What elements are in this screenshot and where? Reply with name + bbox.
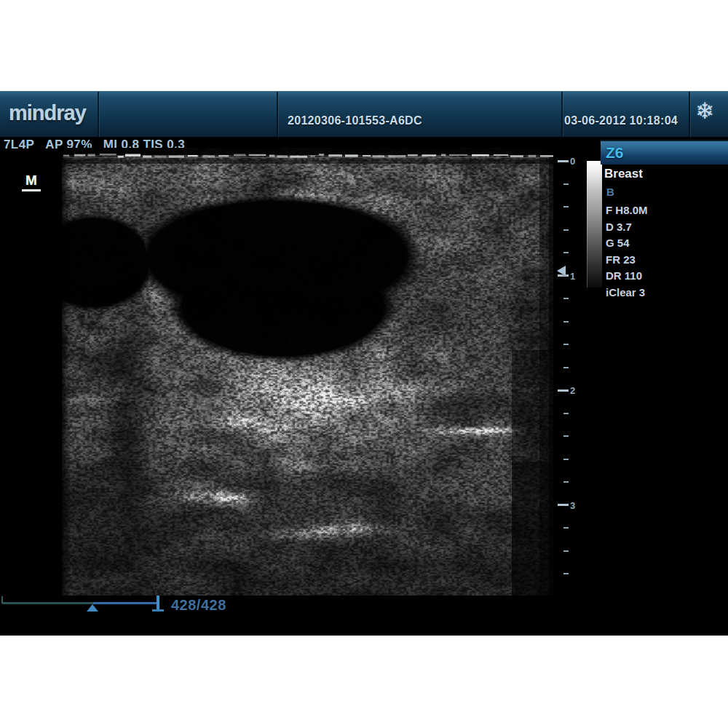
top-bar-divider: [98, 92, 99, 138]
mindray-logo: mindray: [9, 101, 86, 125]
param-gain: G 54: [606, 235, 648, 252]
freeze-snowflake-icon[interactable]: ❄: [695, 98, 714, 124]
top-bar-divider: [277, 92, 278, 138]
probe-model: 7L4P: [4, 138, 34, 152]
param-list: F H8.0M D 3.7 G 54 FR 23 DR 110 iClear 3: [606, 202, 648, 301]
ruler-tick: [563, 435, 569, 437]
param-depth: D 3.7: [606, 219, 648, 236]
exam-preset: Breast: [604, 167, 643, 181]
letterboxed-page: mindray 20120306-101553-A6DC 03-06-2012 …: [0, 0, 728, 728]
cine-end-marker-foot: [152, 609, 164, 612]
ruler-label: 1: [570, 272, 575, 281]
ruler-tick: [563, 252, 569, 253]
zoom-header: Z6: [601, 140, 728, 165]
ruler-label: 3: [570, 501, 575, 510]
mode-label: B: [606, 186, 614, 198]
param-iclear: iClear 3: [606, 285, 648, 301]
ruler-label: 0: [570, 157, 575, 166]
exam-id: 20120306-101553-A6DC: [288, 114, 422, 127]
ultrasound-screen: mindray 20120306-101553-A6DC 03-06-2012 …: [0, 91, 728, 636]
grayscale-bar: [587, 161, 602, 288]
cine-position-handle-icon[interactable]: [87, 604, 98, 612]
param-frame-rate: FR 23: [606, 252, 648, 269]
cine-track[interactable]: [2, 602, 93, 604]
ruler-tick: [563, 298, 569, 299]
cine-end-marker: [157, 596, 159, 611]
top-bar-divider: [689, 92, 690, 138]
orientation-marker: M: [22, 173, 41, 191]
ruler-tick: [563, 321, 569, 323]
ruler-tick: [563, 573, 569, 574]
cine-track-played[interactable]: [93, 602, 158, 604]
ruler-tick: [563, 344, 569, 345]
ultrasound-image: [62, 148, 553, 596]
top-bar: mindray 20120306-101553-A6DC 03-06-2012 …: [0, 91, 728, 137]
ruler-tick: [563, 459, 569, 460]
ruler-tick: [563, 206, 569, 207]
param-frequency: F H8.0M: [606, 202, 648, 219]
ruler-tick: [558, 389, 569, 392]
param-dynamic-range: DR 110: [606, 268, 648, 285]
ruler-label: 2: [570, 386, 575, 395]
exam-datetime: 03-06-2012 10:18:04: [564, 114, 678, 127]
focus-marker-icon: [557, 266, 566, 276]
ruler-tick: [563, 183, 569, 185]
ruler-tick: [558, 504, 569, 506]
ruler-tick: [563, 367, 569, 368]
ruler-tick: [563, 229, 569, 231]
frame-counter: 428/428: [171, 597, 226, 614]
ruler-tick: [563, 413, 569, 414]
ruler-tick: [563, 527, 569, 529]
zoom-level: Z6: [606, 144, 624, 162]
ruler-tick: [563, 481, 569, 483]
ruler-tick: [563, 550, 569, 552]
ruler-tick: [558, 160, 569, 162]
top-bar-divider: [561, 92, 563, 138]
